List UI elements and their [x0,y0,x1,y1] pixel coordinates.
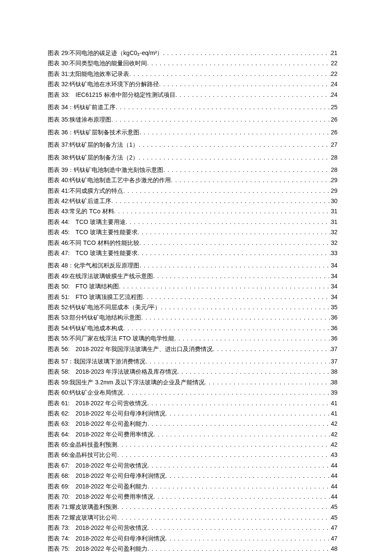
toc-entry-page: 38 [331,367,337,376]
toc-dots [138,153,331,162]
toc-entry-page: 36 [331,323,337,333]
toc-dots [153,430,331,439]
toc-entry-page: 35 [331,302,337,312]
toc-entry-label: 图表 57：我国浮法玻璃下游消费情况 [48,357,145,366]
toc-dots [111,115,331,124]
toc-entry: 图表 38:钙钛矿层的制备方法（2） 28 [48,153,337,162]
toc-entry: 图表 55:不同厂家在线浮法 FTO 玻璃的电学性能 36 [48,334,337,343]
toc-dots [165,471,331,480]
toc-entry-label: 图表 43:常见的 TCo 材料 [48,206,114,216]
toc-entry-page: 39 [331,388,337,397]
toc-entry-page: 47 [331,523,337,532]
toc-entry-label: 图表 33: IEC61215 标准中部分稳定性测试项目 [48,90,176,99]
toc-entry-label: 图表 61: 2018·2022 年公司营收情况 [48,398,147,408]
toc-dots [159,79,331,89]
toc-entry: 图表 32:钙钛矿电池在水环境下的分解路径 24 [48,79,337,89]
toc-entry-label: 图表 37:钙钛矿层的制备方法（1） [48,140,138,149]
toc-entry-label: 图表 44: TCO 玻璃主要用途 [48,217,126,227]
toc-entry-label: 图表 64: 2018-2022 年公司费用率情况 [48,430,153,439]
toc-entry: 图表 57：我国浮法玻璃下游消费情况 37 [48,357,337,366]
table-of-figures: 图表 29:不同电池的碳足迹（kgC0₂-eq/m²） 21图表 30:不同类型… [48,48,337,555]
toc-entry-page: 42 [331,419,337,428]
toc-dots [153,271,331,281]
toc-entry: 图表 67: 2018-2022 年公司营收情况 44 [48,461,337,470]
toc-dots [163,48,331,58]
toc-entry-page: 42 [331,430,337,439]
toc-entry-page: 45 [331,513,337,522]
toc-entry-label: 图表 71:耀皮玻璃盈利预测 [48,502,117,511]
toc-entry-page: 37 [331,357,337,366]
toc-entry-label: 图表 40:钙钛矿电池制造工艺中各步激光的作用 [48,175,171,185]
toc-entry: 图表 54:钙钛矿电池成本构成 36 [48,323,337,333]
toc-entry-label: 图表 66:金晶科技可比公司 [48,450,117,459]
toc-entry-page: 26 [331,115,337,124]
toc-entry: 图表 56: 2018·2022 年我国浮法玻璃生产、进出口及消费情况 37 [48,344,337,354]
toc-entry: 图表 63: 2018-2022 年公司盈利能力 42 [48,419,337,428]
toc-entry-label: 图表 68: 2018-2022 年公司归母净利润情况 [48,471,165,480]
toc-entry-page: 41 [331,398,337,408]
toc-entry-label: 图表 41:不同成膜方式的特点 [48,186,123,195]
toc-entry-label: 图表 39：钙钛矿电池制造中激光刻蚀示意图 [48,165,163,174]
toc-entry-page: 45 [331,502,337,511]
toc-entry: 图表 29:不同电池的碳足迹（kgC0₂-eq/m²） 21 [48,48,337,58]
toc-dots [139,261,331,270]
toc-entry-label: 图表 63: 2018-2022 年公司盈利能力 [48,419,147,428]
toc-dots [161,302,331,312]
toc-dots [123,186,331,195]
toc-entry-label: 图表 38:钙钛矿层的制备方法（2） [48,153,138,162]
toc-entry-page: 31 [331,206,337,216]
toc-dots [139,128,331,137]
toc-entry-page: 47 [331,534,337,543]
toc-entry-page: 34 [331,261,337,270]
toc-entry: 图表 52:钙钛矿电池不同层成本（美元/平） 35 [48,302,337,312]
toc-entry: 图表 48：化学气相沉积反应原理图 34 [48,261,337,270]
toc-entry-label: 图表 34：钙钛矿前道工序 [48,102,115,112]
toc-entry-page: 48 [331,544,337,553]
toc-dots [139,238,331,247]
toc-entry-label: 图表 60:钙钛矿企业布局情况 [48,388,123,397]
toc-dots [147,544,331,553]
toc-entry-label: 图表 31:太阳能电池效率记录表 [48,69,129,78]
toc-entry: 图表 44: TCO 玻璃主要用途 31 [48,217,337,227]
toc-entry-page: 31 [331,217,337,227]
toc-dots [117,440,331,449]
toc-entry: 图表 65:金晶科技盈利预测 42 [48,440,337,449]
toc-entry-label: 图表 54:钙钛矿电池成本构成 [48,323,123,333]
toc-entry-label: 图表 35:狭缝涂布原理图 [48,115,111,124]
toc-entry-label: 图表 69: 2018-2022 年公司盈利能力 [48,482,147,491]
toc-entry-label: 图表 50: FTO 玻璃结构图 [48,282,119,291]
toc-entry-page: 32 [331,227,337,237]
toc-entry-page: 37 [331,344,337,354]
toc-entry-label: 图表 47: TCO 玻璃主要性能要求 [48,248,138,258]
toc-entry-label: 图表 53:部分钙钛矿电池结构示意图 [48,313,141,322]
toc-entry: 图表 41:不同成膜方式的特点 29 [48,186,337,195]
toc-dots [171,175,331,185]
toc-entry-page: 38 [331,378,337,387]
toc-entry-page: 36 [331,313,337,322]
toc-dots [163,165,331,174]
toc-dots [123,323,331,333]
toc-entry: 图表 72:耀皮玻璃可比公司 45 [48,513,337,522]
toc-entry-page: 29 [331,186,337,195]
document-page: 图表 29:不同电池的碳足迹（kgC0₂-eq/m²） 21图表 30:不同类型… [0,0,392,555]
toc-entry: 图表 75: 2018-2022 年公司盈利能力 48 [48,544,337,553]
toc-entry: 图表 47: TCO 玻璃主要性能要求 33 [48,248,337,258]
toc-dots [141,313,331,322]
toc-dots [138,227,331,237]
toc-entry-page: 32 [331,238,337,247]
toc-dots [147,523,331,532]
toc-entry: 图表 71:耀皮玻璃盈利预测 45 [48,502,337,511]
toc-entry: 图表 46:不同 TCO 材料的性能比较 32 [48,238,337,247]
toc-entry: 图表 59:我国生产 3.2mm 及以下浮法玻璃的企业及产能情况 38 [48,378,337,387]
toc-entry: 图表 33: IEC61215 标准中部分稳定性测试项目 24 [48,90,337,99]
toc-entry-page: 34 [331,282,337,291]
toc-entry-page: 44 [331,461,337,470]
toc-dots [147,58,331,68]
toc-entry: 图表 64: 2018-2022 年公司费用率情况 42 [48,430,337,439]
toc-entry-page: 44 [331,482,337,491]
toc-entry-label: 图表 48：化学气相沉积反应原理图 [48,261,139,270]
toc-entry: 图表 73: 2018-2022 年公司营收情况 47 [48,523,337,532]
toc-entry-page: 41 [331,409,337,418]
toc-dots [147,398,331,408]
toc-entry: 图表 53:部分钙钛矿电池结构示意图 36 [48,313,337,322]
